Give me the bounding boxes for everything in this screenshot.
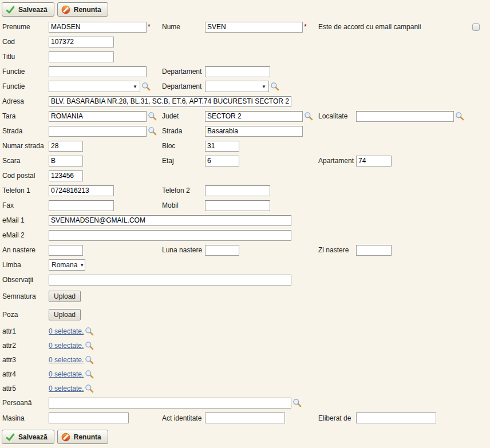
field-adresa: Adresa xyxy=(2,96,291,107)
scara-input[interactable] xyxy=(49,156,83,166)
nume-input[interactable] xyxy=(205,22,303,33)
functie-lookup-icon[interactable] xyxy=(141,82,151,91)
chevron-down-icon: ▼ xyxy=(262,84,266,89)
apartament-input[interactable] xyxy=(356,156,392,166)
semnatura-label: Semnatura xyxy=(2,292,49,300)
telefon2-input[interactable] xyxy=(205,185,270,196)
poza-label: Poza xyxy=(2,311,49,319)
cancel-button[interactable]: Renunta xyxy=(57,2,108,17)
departament-lookup-icon[interactable] xyxy=(270,82,279,91)
tara-lookup-icon[interactable] xyxy=(148,112,157,121)
judet-input[interactable] xyxy=(205,111,303,122)
row-titlu: Titlu xyxy=(0,49,490,64)
an-nastere-label: An nastere xyxy=(2,246,49,254)
observatii-label: Observaţii xyxy=(2,276,49,284)
poza-upload-button[interactable]: Upload xyxy=(49,309,81,320)
attr2-selected-link[interactable]: 0 selectate. xyxy=(49,342,84,350)
titlu-input[interactable] xyxy=(49,51,114,62)
zi-nastere-input[interactable] xyxy=(356,245,392,256)
attr1-lookup-icon[interactable] xyxy=(85,327,94,336)
strada-input[interactable] xyxy=(205,126,303,137)
field-localitate: Localitate xyxy=(318,111,480,122)
attr1-selected-link[interactable]: 0 selectate. xyxy=(49,327,84,335)
attr4-lookup-icon[interactable] xyxy=(85,370,94,379)
save-button[interactable]: Salvează xyxy=(2,2,54,17)
field-masina: Masina xyxy=(2,413,162,423)
observatii-input[interactable] xyxy=(49,275,291,286)
etaj-input[interactable] xyxy=(205,156,239,166)
apartament-label: Apartament xyxy=(318,157,356,165)
row-masina: Masina Act identitate Eliberat de xyxy=(0,410,490,426)
telefon1-input[interactable] xyxy=(49,185,114,196)
judet-lookup-icon[interactable] xyxy=(304,112,313,121)
localitate-lookup-icon[interactable] xyxy=(455,112,464,121)
row-observatii: Observaţii xyxy=(0,272,490,287)
tara-input[interactable] xyxy=(49,111,147,122)
email-optin-label: Este de accord cu email campanii xyxy=(318,23,421,31)
save-button-bottom[interactable]: Salvează xyxy=(2,430,54,444)
numar-strada-input[interactable] xyxy=(49,141,83,152)
departament-input[interactable] xyxy=(205,66,270,77)
attr2-lookup-icon[interactable] xyxy=(85,341,94,350)
luna-nastere-input[interactable] xyxy=(205,245,239,256)
persoana-lookup-icon[interactable] xyxy=(293,398,302,407)
fax-input[interactable] xyxy=(49,200,114,211)
field-telefon2: Telefon 2 xyxy=(162,185,318,196)
limba-select[interactable]: Romana ▼ xyxy=(49,259,85,271)
attr3-lookup-icon[interactable] xyxy=(85,355,94,364)
attr3-selected-link[interactable]: 0 selectate. xyxy=(49,356,84,364)
departament-select-label: Departament xyxy=(162,82,205,90)
attr3-label: attr3 xyxy=(2,356,49,364)
eliberat-de-input[interactable] xyxy=(356,413,436,423)
field-cod-postal: Cod postal xyxy=(2,171,162,181)
fax-label: Fax xyxy=(2,201,49,209)
an-nastere-input[interactable] xyxy=(49,245,83,256)
field-eliberat-de: Eliberat de xyxy=(318,413,480,423)
attr4-selected-link[interactable]: 0 selectate. xyxy=(49,370,84,378)
strada-lookup-input[interactable] xyxy=(49,126,147,137)
localitate-label: Localitate xyxy=(318,112,356,120)
adresa-input[interactable] xyxy=(49,96,291,107)
checkmark-icon xyxy=(6,5,15,14)
functie-select[interactable]: ▼ xyxy=(49,81,140,92)
departament-label: Departament xyxy=(162,68,205,76)
field-poza: Poza Upload xyxy=(2,309,162,320)
prenume-input[interactable] xyxy=(49,22,147,33)
field-functie-text: Functie xyxy=(2,66,162,77)
field-luna-nastere: Luna nastere xyxy=(162,245,318,256)
email2-input[interactable] xyxy=(49,230,291,241)
act-identitate-label: Act identitate xyxy=(162,414,205,422)
email-optin-checkbox[interactable] xyxy=(472,23,480,31)
limba-label: Limba xyxy=(2,261,49,269)
strada-lookup-icon[interactable] xyxy=(148,126,157,136)
functie-input[interactable] xyxy=(49,66,147,77)
etaj-label: Etaj xyxy=(162,157,205,165)
cod-input[interactable] xyxy=(49,37,114,47)
field-apartament: Apartament xyxy=(318,156,480,166)
email1-input[interactable] xyxy=(49,215,291,226)
bloc-input[interactable] xyxy=(205,141,239,152)
field-attr5: attr5 0 selectate. xyxy=(2,384,162,393)
masina-input[interactable] xyxy=(49,413,129,423)
attr5-lookup-icon[interactable] xyxy=(85,384,94,393)
row-cod: Cod xyxy=(0,34,490,49)
row-functie-text: Functie Departament xyxy=(0,64,490,79)
bloc-label: Bloc xyxy=(162,142,205,150)
field-zi-nastere: Zi nastere xyxy=(318,245,480,256)
field-limba: Limba Romana ▼ xyxy=(2,259,162,271)
row-tara: Tara Judet Localitate xyxy=(0,109,490,124)
act-identitate-input[interactable] xyxy=(205,413,285,423)
persoana-input[interactable] xyxy=(49,398,291,409)
departament-select[interactable]: ▼ xyxy=(205,81,269,92)
row-attr1: attr1 0 selectate. xyxy=(0,324,490,338)
localitate-input[interactable] xyxy=(356,111,454,122)
cod-postal-input[interactable] xyxy=(49,171,83,181)
cancel-button-bottom[interactable]: Renunta xyxy=(57,430,108,444)
attr5-selected-link[interactable]: 0 selectate. xyxy=(49,384,84,393)
mobil-input[interactable] xyxy=(205,200,270,211)
email1-label: eMail 1 xyxy=(2,216,49,224)
semnatura-upload-button[interactable]: Upload xyxy=(49,291,81,302)
cancel-button-label: Renunta xyxy=(74,6,101,14)
judet-label: Judet xyxy=(162,112,205,120)
field-telefon1: Telefon 1 xyxy=(2,185,162,196)
